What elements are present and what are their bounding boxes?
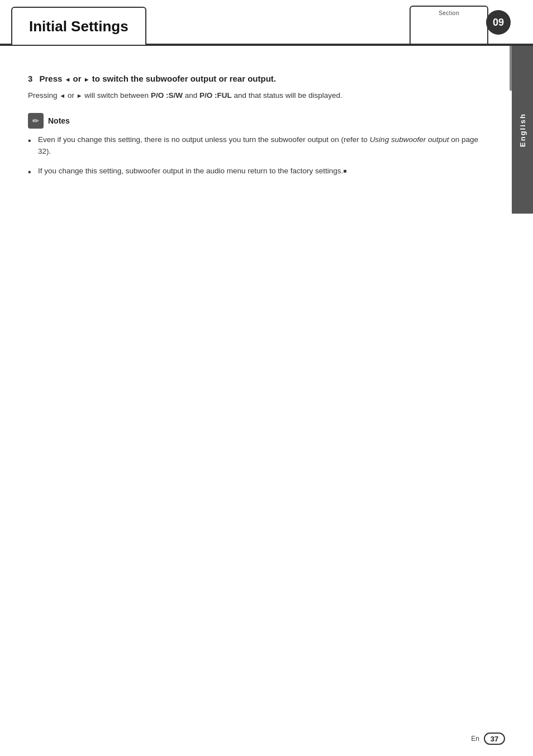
notes-section: ✏ Notes Even if you change this setting,… xyxy=(28,113,488,177)
right-arrow-inline-icon xyxy=(77,91,83,100)
pencil-icon: ✏ xyxy=(32,116,39,125)
list-item: Even if you change this setting, there i… xyxy=(28,134,488,158)
notes-header: ✏ Notes xyxy=(28,113,488,129)
page-number-badge: 37 xyxy=(484,733,505,745)
notes-list: Even if you change this setting, there i… xyxy=(28,134,488,177)
notes-icon-container: ✏ xyxy=(28,113,44,129)
title-tab: Initial Settings xyxy=(11,7,146,45)
step-heading-text: Press or to switch the subwoofer output … xyxy=(40,74,277,83)
notes-title: Notes xyxy=(48,116,70,125)
language-label: English xyxy=(518,113,527,147)
step-body-text: Pressing or will switch between P/O :S/W… xyxy=(28,90,488,102)
option-ful: P/O :FUL xyxy=(199,91,232,100)
section-label: Section xyxy=(439,10,459,16)
header-divider xyxy=(0,45,533,46)
left-arrow-inline-icon xyxy=(59,91,65,100)
main-content: 3 Press or to switch the subwoofer outpu… xyxy=(17,56,499,722)
language-tab: English xyxy=(512,46,533,214)
page-footer: En 37 xyxy=(471,733,505,745)
page-header: Initial Settings Section 09 xyxy=(0,0,533,45)
page-title: Initial Settings xyxy=(29,18,129,35)
list-item: If you change this setting, subwoofer ou… xyxy=(28,166,488,177)
section-number-badge: 09 xyxy=(486,10,511,35)
step-number: 3 xyxy=(28,74,32,83)
right-arrow-icon xyxy=(84,74,90,83)
stop-icon xyxy=(343,167,346,175)
section-tab: Section xyxy=(410,6,488,44)
left-arrow-icon xyxy=(65,74,71,83)
accent-bar xyxy=(510,46,512,91)
option-sw: P/O :S/W xyxy=(151,91,183,100)
en-label: En xyxy=(471,735,479,743)
step-heading: 3 Press or to switch the subwoofer outpu… xyxy=(28,73,488,84)
italic-reference: Using subwoofer output xyxy=(370,135,449,144)
